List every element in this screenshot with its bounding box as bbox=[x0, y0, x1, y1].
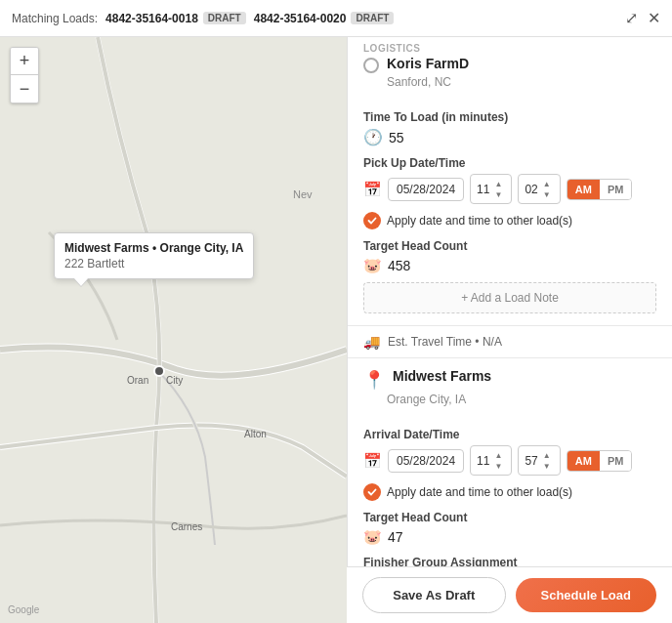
travel-text: Est. Travel Time • N/A bbox=[388, 335, 502, 349]
pickup-hour-up[interactable]: ▲ bbox=[491, 179, 505, 188]
arrival-am-button[interactable]: AM bbox=[567, 451, 600, 471]
dest-head-count-row: 🐷 47 bbox=[363, 528, 656, 546]
pickup-minute-input[interactable]: 02 ▲ ▼ bbox=[518, 174, 560, 204]
origin-head-count-row: 🐷 458 bbox=[363, 257, 656, 274]
svg-text:Carnes: Carnes bbox=[171, 521, 202, 532]
pickup-minute-value: 02 bbox=[525, 183, 537, 196]
pickup-minute-down[interactable]: ▼ bbox=[540, 189, 554, 199]
time-to-load-value: 55 bbox=[389, 130, 404, 145]
pickup-hour-input[interactable]: 11 ▲ ▼ bbox=[470, 174, 512, 204]
load-status-2: DRAFT bbox=[351, 12, 394, 24]
arrival-minute-input[interactable]: 57 ▲ ▼ bbox=[518, 445, 560, 476]
pickup-date-input[interactable]: 05/28/2024 bbox=[388, 178, 464, 201]
map-svg: Nev Oran City Alton Carnes bbox=[0, 37, 347, 623]
logistics-label: Logistics bbox=[348, 37, 672, 56]
origin-head-count-label: Target Head Count bbox=[363, 239, 656, 253]
origin-head-count-value: 458 bbox=[388, 258, 410, 273]
arrival-hour-input[interactable]: 11 ▲ ▼ bbox=[470, 445, 512, 476]
pickup-minute-up[interactable]: ▲ bbox=[540, 179, 554, 188]
dest-head-count-label: Target Head Count bbox=[363, 511, 656, 524]
pickup-apply-row[interactable]: Apply date and time to other load(s) bbox=[363, 212, 656, 229]
panel-content: Logistics Koris FarmD Sanford, NC Time T… bbox=[348, 37, 672, 623]
svg-text:Alton: Alton bbox=[244, 429, 267, 439]
schedule-load-button[interactable]: Schedule Load bbox=[516, 578, 657, 612]
time-to-load-label: Time To Load (in minutes) bbox=[363, 110, 656, 124]
clock-icon: 🕐 bbox=[363, 128, 383, 146]
map-zoom-controls: + − bbox=[10, 47, 39, 104]
map-area: Nev Oran City Alton Carnes + − Midwest F… bbox=[0, 37, 347, 623]
matching-loads-label: Matching Loads: bbox=[12, 12, 98, 25]
save-draft-button[interactable]: Save As Draft bbox=[362, 577, 506, 613]
pickup-apply-check bbox=[363, 212, 381, 229]
close-icon: ✕ bbox=[648, 9, 660, 27]
load-status-1: DRAFT bbox=[203, 12, 246, 24]
expand-icon: ⤢ bbox=[625, 9, 638, 27]
truck-icon: 🚚 bbox=[363, 334, 380, 350]
header-icons: ⤢ ✕ bbox=[625, 9, 660, 27]
load-id-2: 4842-35164-0020 bbox=[254, 12, 347, 25]
origin-row: Koris FarmD bbox=[363, 56, 656, 73]
destination-location: Orange City, IA bbox=[387, 393, 656, 406]
svg-rect-0 bbox=[0, 37, 347, 623]
arrival-minute-value: 57 bbox=[525, 454, 537, 468]
pickup-ampm-group: AM PM bbox=[567, 179, 633, 200]
arrival-datetime-row: 📅 05/28/2024 11 ▲ ▼ 57 ▲ ▼ bbox=[363, 445, 656, 476]
origin-name: Koris FarmD bbox=[387, 56, 469, 71]
destination-block: 📍 Midwest Farms Orange City, IA bbox=[348, 368, 672, 418]
arrival-hour-down[interactable]: ▼ bbox=[491, 461, 505, 471]
arrival-hour-up[interactable]: ▲ bbox=[491, 450, 505, 460]
checkmark-icon bbox=[367, 216, 377, 226]
arrival-minute-down[interactable]: ▼ bbox=[540, 461, 554, 471]
arrival-apply-check bbox=[363, 483, 381, 501]
dest-head-count-value: 47 bbox=[388, 529, 403, 545]
pickup-pm-button[interactable]: PM bbox=[600, 180, 632, 199]
main-layout: Nev Oran City Alton Carnes + − Midwest F… bbox=[0, 37, 672, 623]
time-to-load-row: 🕐 55 bbox=[363, 128, 656, 146]
pig-icon-origin: 🐷 bbox=[363, 257, 382, 274]
arrival-apply-row[interactable]: Apply date and time to other load(s) bbox=[363, 483, 656, 501]
arrival-apply-text: Apply date and time to other load(s) bbox=[387, 485, 572, 499]
add-note-button[interactable]: + Add a Load Note bbox=[363, 282, 656, 313]
header-bar: Matching Loads: 4842-35164-0018 DRAFT 48… bbox=[0, 0, 672, 37]
arrival-hour-spinners: ▲ ▼ bbox=[491, 450, 505, 471]
arrival-date-input[interactable]: 05/28/2024 bbox=[388, 449, 464, 473]
destination-name: Midwest Farms bbox=[393, 368, 491, 384]
pickup-am-button[interactable]: AM bbox=[567, 180, 600, 199]
arrival-label: Arrival Date/Time bbox=[363, 428, 656, 441]
google-watermark: Google bbox=[8, 604, 39, 615]
calendar-icon: 📅 bbox=[363, 181, 382, 198]
load-id-1: 4842-35164-0018 bbox=[105, 12, 198, 25]
tooltip-title: Midwest Farms • Orange City, IA bbox=[64, 241, 243, 255]
zoom-out-button[interactable]: − bbox=[11, 75, 38, 103]
origin-circle-icon bbox=[363, 58, 379, 73]
origin-block: Koris FarmD Sanford, NC bbox=[348, 56, 672, 101]
tooltip-arrow bbox=[74, 278, 88, 286]
svg-text:Oran: Oran bbox=[127, 375, 148, 386]
destination-row: 📍 Midwest Farms bbox=[363, 368, 656, 391]
zoom-in-button[interactable]: + bbox=[11, 48, 38, 75]
divider-2 bbox=[348, 357, 672, 358]
arrival-minute-up[interactable]: ▲ bbox=[540, 450, 554, 460]
map-tooltip: Midwest Farms • Orange City, IA 222 Bart… bbox=[54, 232, 254, 279]
svg-point-6 bbox=[154, 366, 164, 376]
pig-icon-dest: 🐷 bbox=[363, 528, 382, 546]
pickup-hour-value: 11 bbox=[477, 183, 489, 196]
expand-button[interactable]: ⤢ bbox=[625, 9, 638, 27]
tooltip-address: 222 Bartlett bbox=[64, 257, 243, 270]
close-button[interactable]: ✕ bbox=[648, 9, 660, 27]
arrival-checkmark-icon bbox=[367, 487, 377, 497]
svg-text:City: City bbox=[166, 375, 183, 386]
arrival-ampm-group: AM PM bbox=[567, 450, 633, 472]
load-badge-1[interactable]: 4842-35164-0018 DRAFT bbox=[105, 12, 246, 25]
svg-text:Nev: Nev bbox=[293, 188, 313, 200]
orange-pin-icon: 📍 bbox=[363, 369, 385, 391]
pickup-label: Pick Up Date/Time bbox=[363, 156, 656, 170]
arrival-pm-button[interactable]: PM bbox=[600, 451, 632, 471]
footer-bar: Save As Draft Schedule Load bbox=[347, 566, 672, 623]
load-badge-2[interactable]: 4842-35164-0020 DRAFT bbox=[254, 12, 395, 25]
pickup-hour-down[interactable]: ▼ bbox=[491, 189, 505, 199]
right-panel[interactable]: Logistics Koris FarmD Sanford, NC Time T… bbox=[347, 37, 672, 623]
travel-row: 🚚 Est. Travel Time • N/A bbox=[363, 334, 656, 350]
arrival-calendar-icon: 📅 bbox=[363, 452, 382, 470]
arrival-hour-value: 11 bbox=[477, 454, 489, 468]
